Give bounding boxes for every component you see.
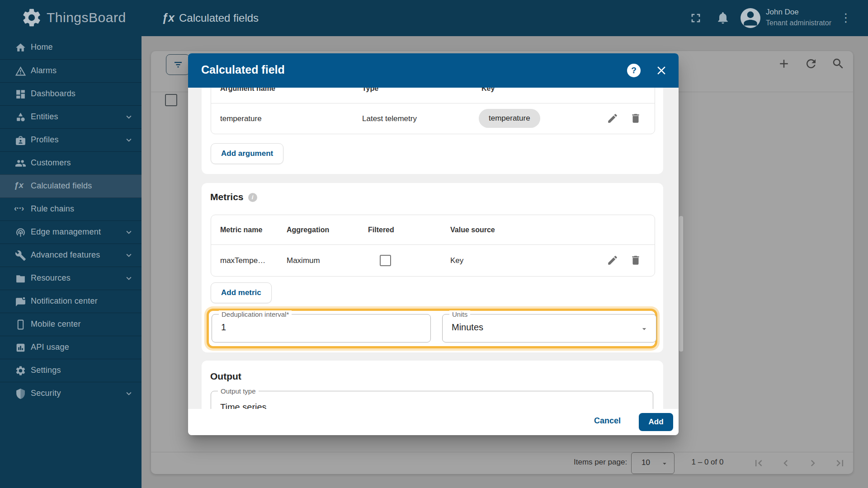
sidebar-item-security[interactable]: Security	[0, 382, 142, 405]
thingsboard-app: ThingsBoard ƒx Calculated fields John Do…	[0, 0, 868, 488]
sidebar-item-calculated-fields[interactable]: ƒx Calculated fields	[0, 174, 142, 198]
arguments-section: Argument name Type Key temperature Lates…	[202, 88, 663, 174]
calculated-field-dialog: Calculated field ? Argument name Type Ke…	[188, 53, 679, 435]
filtered-checkbox[interactable]	[380, 255, 391, 266]
metric-value-source-cell: Key	[450, 256, 463, 265]
mobile-icon	[15, 319, 26, 330]
cancel-button[interactable]: Cancel	[594, 416, 621, 426]
add-button[interactable]: Add	[639, 413, 673, 431]
people-icon	[15, 158, 26, 169]
notification-bubble-icon	[15, 296, 26, 307]
rule-chains-icon: ‹··›	[14, 203, 24, 213]
dialog-body: Argument name Type Key temperature Lates…	[188, 88, 679, 409]
add-argument-button[interactable]: Add argument	[211, 143, 283, 164]
bar-chart-icon	[15, 342, 26, 353]
metrics-section: Metricsi Metric name Aggregation Filtere…	[202, 183, 663, 352]
metrics-heading: Metricsi	[210, 192, 257, 202]
chevron-down-icon[interactable]	[124, 273, 134, 283]
field-label: Output type	[218, 387, 259, 395]
sidebar-item-home[interactable]: Home	[0, 36, 142, 59]
edit-pencil-icon[interactable]	[607, 254, 618, 266]
metric-aggregation-cell: Maximum	[287, 256, 320, 265]
sidebar-item-alarms[interactable]: Alarms	[0, 59, 142, 83]
chevron-down-icon[interactable]	[124, 135, 134, 145]
argument-name-cell: temperature	[220, 114, 262, 123]
dashboards-icon	[15, 89, 26, 100]
sidebar-nav: Home Alarms Dashboards Entities Profiles…	[0, 36, 142, 488]
thingsboard-logo-icon	[21, 7, 42, 28]
output-heading: Output	[210, 371, 241, 382]
warning-icon	[15, 66, 26, 77]
output-type-field[interactable]: Output type Time series	[211, 391, 653, 409]
metrics-table: Metric name Aggregation Filtered Value s…	[211, 215, 655, 277]
arguments-table: Argument name Type Key temperature Lates…	[211, 88, 655, 134]
field-value: Minutes	[452, 322, 483, 333]
chevron-down-icon[interactable]	[124, 250, 134, 260]
notifications-bell-icon[interactable]	[716, 10, 731, 26]
folder-icon	[15, 273, 26, 284]
caret-down-icon[interactable]	[640, 324, 649, 333]
dialog-header: Calculated field ?	[188, 53, 679, 88]
sidebar-item-resources[interactable]: Resources	[0, 267, 142, 290]
field-label: Deduplication interval*	[219, 310, 292, 318]
sidebar-item-notification-center[interactable]: Notification center	[0, 290, 142, 313]
brand-title: ThingsBoard	[47, 10, 126, 25]
chevron-down-icon[interactable]	[124, 112, 134, 122]
gear-icon	[15, 365, 26, 376]
highlight-ring: Deduplication interval* 1 Units Minutes	[207, 309, 657, 348]
dialog-title: Calculated field	[201, 63, 285, 76]
column-header: Metric name	[220, 226, 262, 234]
column-header: Value source	[450, 226, 495, 234]
output-section: Output Output type Time series	[202, 361, 663, 409]
column-header: Type	[362, 88, 378, 93]
dialog-footer: Cancel Add	[188, 409, 679, 435]
column-header: Aggregation	[287, 226, 329, 234]
sidebar-item-edge-management[interactable]: Edge management	[0, 221, 142, 244]
sidebar-item-entities[interactable]: Entities	[0, 105, 142, 129]
sidebar-item-advanced-features[interactable]: Advanced features	[0, 244, 142, 267]
fx-icon: ƒx	[162, 11, 175, 24]
sidebar-item-customers[interactable]: Customers	[0, 151, 142, 175]
sidebar-item-dashboards[interactable]: Dashboards	[0, 82, 142, 106]
column-header: Key	[481, 88, 495, 93]
home-icon	[15, 42, 26, 53]
tools-icon	[15, 250, 26, 261]
fx-icon: ƒx	[14, 180, 24, 190]
chevron-down-icon[interactable]	[124, 227, 134, 237]
page-title: Calculated fields	[179, 12, 259, 24]
user-name: John Doe	[766, 8, 799, 17]
sidebar-item-rule-chains[interactable]: ‹··› Rule chains	[0, 197, 142, 221]
entities-icon	[15, 112, 26, 123]
fullscreen-icon[interactable]	[689, 11, 704, 26]
column-header: Filtered	[368, 226, 394, 234]
sidebar-item-mobile-center[interactable]: Mobile center	[0, 313, 142, 336]
field-value: 1	[221, 322, 226, 333]
help-icon[interactable]: ?	[627, 64, 641, 77]
edit-pencil-icon[interactable]	[607, 113, 618, 124]
badge-icon	[15, 135, 26, 146]
info-icon[interactable]: i	[248, 193, 257, 202]
sidebar-item-profiles[interactable]: Profiles	[0, 128, 142, 152]
field-value: Time series	[220, 402, 267, 409]
add-metric-button[interactable]: Add metric	[211, 282, 272, 303]
top-bar: ThingsBoard ƒx Calculated fields John Do…	[0, 0, 868, 36]
argument-key-chip: temperature	[479, 109, 540, 128]
delete-trash-icon[interactable]	[630, 254, 642, 266]
units-select-field[interactable]: Units Minutes	[442, 314, 656, 343]
field-label: Units	[449, 310, 470, 318]
column-header: Argument name	[220, 88, 275, 93]
delete-trash-icon[interactable]	[630, 113, 642, 124]
dialog-scrollbar[interactable]	[679, 216, 683, 352]
kebab-menu-icon[interactable]: ⋮	[840, 11, 852, 25]
close-icon[interactable]	[655, 64, 668, 77]
argument-type-cell: Latest telemetry	[362, 114, 417, 123]
user-avatar[interactable]	[741, 8, 760, 28]
shield-icon	[15, 388, 26, 399]
antenna-icon	[15, 227, 26, 238]
user-role: Tenant administrator	[766, 19, 831, 27]
metric-name-cell: maxTempe…	[220, 256, 265, 265]
deduplication-interval-field[interactable]: Deduplication interval* 1	[212, 314, 431, 343]
chevron-down-icon[interactable]	[124, 389, 134, 399]
sidebar-item-settings[interactable]: Settings	[0, 359, 142, 382]
sidebar-item-api-usage[interactable]: API usage	[0, 336, 142, 359]
